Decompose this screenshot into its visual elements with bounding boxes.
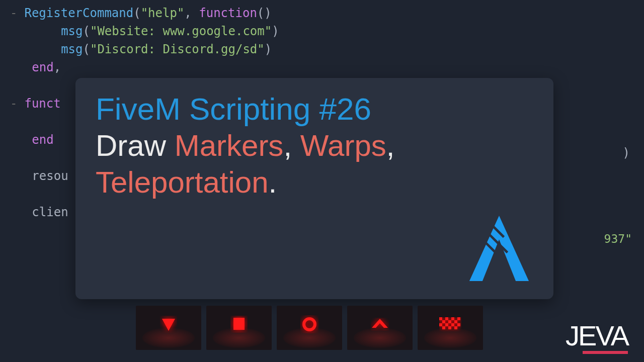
card-title: FiveM Scripting #26 (96, 92, 533, 126)
svg-rect-13 (454, 320, 457, 323)
svg-rect-15 (445, 323, 448, 326)
thumb-marker-triangle (136, 306, 201, 350)
card-subtitle-line-1: Draw Markers, Warps, (96, 128, 533, 163)
svg-rect-10 (457, 317, 460, 320)
thumb-marker-square (206, 306, 272, 350)
svg-rect-7 (439, 317, 442, 320)
svg-rect-20 (454, 326, 457, 329)
jeva-logo: JEVA (566, 319, 628, 352)
svg-rect-8 (445, 317, 448, 320)
svg-marker-3 (162, 319, 175, 331)
thumb-marker-ring (277, 306, 342, 350)
svg-rect-19 (448, 326, 451, 329)
code-line-1: - RegisterCommand("help", function() (10, 4, 634, 22)
thumb-marker-chevron (347, 306, 413, 350)
svg-marker-6 (372, 319, 388, 328)
code-fragment-paren: ) (623, 146, 630, 160)
svg-rect-18 (442, 326, 445, 329)
svg-rect-4 (233, 318, 245, 330)
thumb-marker-checker (418, 306, 483, 350)
svg-rect-16 (451, 323, 454, 326)
svg-rect-9 (451, 317, 454, 320)
svg-rect-14 (439, 323, 442, 326)
code-fragment-string: 937" (604, 232, 632, 245)
svg-rect-12 (448, 320, 451, 323)
logo-a-icon (469, 216, 529, 281)
svg-rect-17 (457, 323, 460, 326)
card-subtitle-line-2: Teleportation. (96, 165, 533, 200)
svg-point-5 (304, 319, 315, 330)
title-card: FiveM Scripting #26 Draw Markers, Warps,… (75, 78, 553, 299)
svg-rect-11 (442, 320, 445, 323)
code-line-3: msg("Discord: Discord.gg/sd") (10, 40, 634, 58)
code-line-4: end, (10, 58, 634, 76)
code-line-2: msg("Website: www.google.com") (10, 22, 634, 40)
thumbnail-strip (136, 306, 483, 350)
